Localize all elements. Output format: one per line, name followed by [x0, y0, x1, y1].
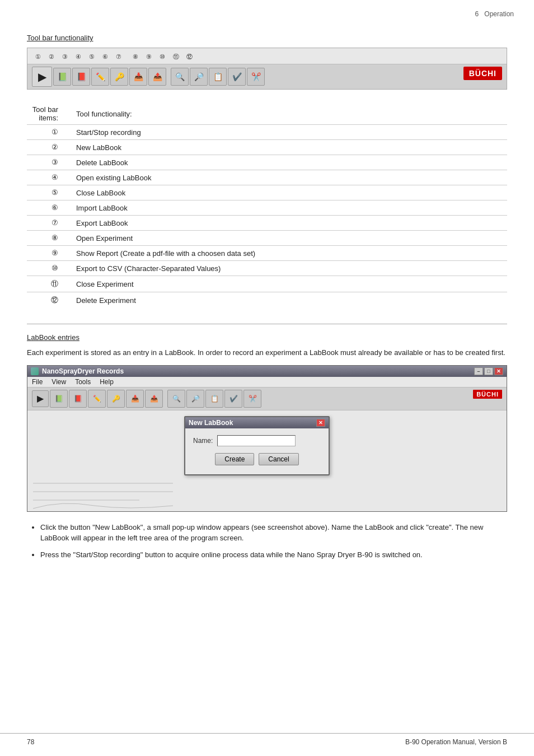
row-desc-10: Close Experiment — [72, 276, 507, 292]
app-scissors-btn[interactable]: ✂️ — [243, 390, 261, 408]
popup-close-btn[interactable]: ✕ — [316, 419, 325, 427]
row-num-9: ⑩ — [27, 261, 72, 276]
table-row: ⑤ Close LabBook — [27, 185, 507, 200]
buchi-logo: BÜCHI — [463, 67, 502, 80]
app-menubar: File View Tools Help — [27, 377, 507, 388]
toolbar-import-btn[interactable]: 📥 — [129, 68, 147, 86]
toolbar-newlabbook-btn[interactable]: 📗 — [53, 68, 71, 86]
app-csv-btn[interactable]: 📋 — [205, 390, 223, 408]
popup-create-btn[interactable]: Create — [215, 453, 254, 465]
app-folder-btn[interactable]: 🔑 — [107, 390, 125, 408]
new-labbook-dialog: New LabBook ✕ Name: Create Cancel — [184, 416, 330, 475]
table-row: ⑨ Show Report (Create a pdf-file with a … — [27, 246, 507, 261]
popup-buttons: Create Cancel — [193, 453, 321, 468]
popup-cancel-btn[interactable]: Cancel — [259, 453, 298, 465]
footer-page-number: 78 — [27, 738, 34, 746]
app-search-btn[interactable]: 🔍 — [167, 390, 185, 408]
table-row: ④ Open existing LabBook — [27, 170, 507, 185]
page-header: 6 Operation — [475, 10, 514, 18]
table-row: ⑩ Export to CSV (Character-Separated Val… — [27, 261, 507, 276]
row-desc-8: Show Report (Create a pdf-file with a ch… — [72, 246, 507, 261]
minimize-btn[interactable]: – — [474, 367, 483, 375]
row-num-6: ⑦ — [27, 216, 72, 231]
toolbar-items-table: Tool bar items: Tool functionality: ① St… — [27, 103, 507, 308]
footer-product: B-90 Operation Manual, Version B — [405, 738, 507, 746]
divider-1 — [27, 324, 507, 324]
bullet-2: Press the "Start/Stop recording" button … — [40, 549, 507, 561]
toolbar-csv-btn[interactable]: 📋 — [209, 68, 227, 86]
row-desc-5: Import LabBook — [72, 200, 507, 216]
app-book2-btn[interactable]: 📕 — [69, 390, 87, 408]
row-desc-1: New LabBook — [72, 140, 507, 155]
row-num-7: ⑧ — [27, 231, 72, 246]
app-title: NanoSprayDryer Records — [42, 367, 124, 375]
labbook-paragraph: Each experiment is stored as an entry in… — [27, 347, 507, 358]
row-num-8: ⑨ — [27, 246, 72, 261]
app-report-btn[interactable]: 🔎 — [186, 390, 204, 408]
toolbar-delete-btn[interactable]: ✂️ — [247, 68, 265, 86]
row-desc-0: Start/Stop recording — [72, 125, 507, 140]
maximize-btn[interactable]: □ — [484, 367, 493, 375]
app-check-btn[interactable]: ✔️ — [224, 390, 242, 408]
toolbar-search-btn[interactable]: 🔍 — [171, 68, 189, 86]
labbook-title: LabBook entries — [27, 333, 507, 342]
toolbar-section: Tool bar functionality ① ② ③ ④ ⑤ ⑥ ⑦ ⑧ ⑨… — [27, 34, 507, 308]
row-desc-9: Export to CSV (Character-Separated Value… — [72, 261, 507, 276]
app-play-btn[interactable]: ▶ — [32, 390, 49, 407]
row-desc-4: Close LabBook — [72, 185, 507, 200]
num-3: ③ — [59, 50, 71, 63]
app-window: NanoSprayDryer Records – □ ✕ File View T… — [27, 365, 507, 512]
table-row: ⑧ Open Experiment — [27, 231, 507, 246]
titlebar-left: NanoSprayDryer Records — [31, 367, 124, 375]
app-book1-btn[interactable]: 📗 — [50, 390, 68, 408]
popup-title: New LabBook — [189, 419, 233, 427]
row-num-11: ⑫ — [27, 292, 72, 309]
app-titlebar: NanoSprayDryer Records – □ ✕ — [27, 366, 507, 377]
num-2: ② — [45, 50, 58, 63]
popup-body: Name: Create Cancel — [185, 428, 329, 474]
tree-area-svg — [27, 478, 179, 511]
menu-file[interactable]: File — [32, 378, 43, 386]
table-row: ⑥ Import LabBook — [27, 200, 507, 216]
toolbar-pen-btn[interactable]: ✏️ — [91, 68, 109, 86]
row-desc-3: Open existing LabBook — [72, 170, 507, 185]
table-row: ③ Delete LabBook — [27, 155, 507, 170]
toolbar-zoomsearch-btn[interactable]: 🔎 — [190, 68, 208, 86]
app-pen-btn[interactable]: ✏️ — [88, 390, 106, 408]
header-section-label: Operation — [484, 10, 514, 18]
toolbar-check-btn[interactable]: ✔️ — [228, 68, 246, 86]
num-6: ⑥ — [99, 50, 111, 63]
row-num-5: ⑥ — [27, 200, 72, 216]
popup-name-label: Name: — [193, 437, 213, 445]
num-7: ⑦ — [113, 50, 125, 63]
toolbar-export-btn[interactable]: 📤 — [148, 68, 166, 86]
app-content-area: New LabBook ✕ Name: Create Cancel — [27, 410, 507, 511]
popup-name-field: Name: — [193, 435, 321, 446]
num-11: ⑪ — [170, 50, 182, 63]
bullet-list: Click the button "New LabBook", a small … — [40, 522, 507, 561]
menu-view[interactable]: View — [51, 378, 66, 386]
toolbar-play-btn[interactable]: ▶ — [32, 67, 52, 87]
app-export-btn[interactable]: 📤 — [145, 390, 163, 408]
toolbar-folder-btn[interactable]: 🔑 — [110, 68, 128, 86]
titlebar-buttons: – □ ✕ — [474, 367, 503, 375]
num-12: ⑫ — [183, 50, 195, 63]
row-desc-7: Open Experiment — [72, 231, 507, 246]
close-btn[interactable]: ✕ — [494, 367, 503, 375]
app-toolbar-row: ▶ 📗 📕 ✏️ 🔑 📥 📤 🔍 🔎 📋 ✔️ ✂️ BÜCHI — [27, 388, 507, 410]
num-8: ⑧ — [129, 50, 142, 63]
toolbar-visual: ① ② ③ ④ ⑤ ⑥ ⑦ ⑧ ⑨ ⑩ ⑪ ⑫ ▶ 📗 📕 — [27, 48, 507, 90]
num-1: ① — [32, 50, 44, 63]
popup-name-input[interactable] — [217, 435, 296, 446]
row-desc-2: Delete LabBook — [72, 155, 507, 170]
menu-help[interactable]: Help — [100, 378, 114, 386]
table-row: ⑦ Export LabBook — [27, 216, 507, 231]
menu-tools[interactable]: Tools — [75, 378, 91, 386]
row-desc-6: Export LabBook — [72, 216, 507, 231]
toolbar-icons-row: ▶ 📗 📕 ✏️ 🔑 📥 📤 🔍 🔎 📋 ✔️ ✂️ BÜCHI — [27, 64, 507, 89]
row-num-2: ③ — [27, 155, 72, 170]
toolbar-deletelabbook-btn[interactable]: 📕 — [72, 68, 90, 86]
table-row: ⑪ Close Experiment — [27, 276, 507, 292]
toolbar-numbers-row: ① ② ③ ④ ⑤ ⑥ ⑦ ⑧ ⑨ ⑩ ⑪ ⑫ — [27, 48, 507, 64]
app-import-btn[interactable]: 📥 — [126, 390, 144, 408]
